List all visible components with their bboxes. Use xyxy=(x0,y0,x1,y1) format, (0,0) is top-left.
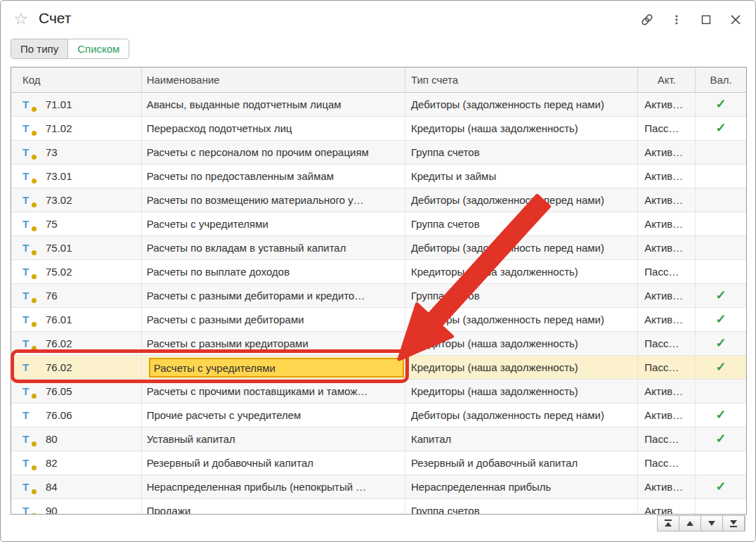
cell-currency[interactable]: ✓ xyxy=(696,164,746,188)
cell-activity[interactable]: Пасс… xyxy=(638,332,696,355)
table-row[interactable]: T90 Продажи Группа счетов Актив ✓ xyxy=(11,499,746,515)
cell-code[interactable]: T71.02 xyxy=(11,117,142,140)
cell-name[interactable]: Расчеты с прочими поставщиками и тамож… xyxy=(142,380,405,403)
table-row[interactable]: T73.01 Расчеты по предоставленным займам… xyxy=(11,164,746,188)
favorite-star-icon[interactable]: ☆ xyxy=(13,9,29,29)
cell-activity[interactable]: Актив xyxy=(638,499,696,515)
cell-currency[interactable]: ✓ xyxy=(696,188,746,212)
cell-name[interactable]: Уставный капитал xyxy=(142,427,405,451)
cell-account-type[interactable]: Группа счетов xyxy=(405,284,638,307)
cell-code[interactable]: T76.02 xyxy=(11,356,142,379)
cell-name[interactable]: Расчеты с разными кредиторами xyxy=(142,332,405,355)
table-row[interactable]: T76.05 Расчеты с прочими поставщиками и … xyxy=(11,380,746,404)
cell-currency[interactable]: ✓ xyxy=(696,332,746,355)
cell-account-type[interactable]: Кредиторы (наша задолженность) xyxy=(405,260,638,283)
cell-name[interactable]: Нераспределенная прибыль (непокрытый … xyxy=(142,475,405,498)
scroll-down-icon[interactable] xyxy=(700,515,723,531)
table-row[interactable]: T76.06 Прочие расчеты с учредителем Деби… xyxy=(11,404,746,427)
scroll-up-icon[interactable] xyxy=(679,515,701,531)
cell-activity[interactable]: Пасс… xyxy=(638,451,696,475)
table-row[interactable]: T73 Расчеты с персоналом по прочим опера… xyxy=(11,141,746,164)
cell-activity[interactable]: Актив… xyxy=(638,380,696,403)
cell-currency[interactable]: ✓ xyxy=(696,404,746,427)
table-row[interactable]: T75.01 Расчеты по вкладам в уставный кап… xyxy=(11,236,746,260)
cell-code[interactable]: T73.01 xyxy=(11,164,142,188)
table-row[interactable]: T82 Резервный и добавочный капитал Резер… xyxy=(11,451,746,475)
cell-code[interactable]: T84 xyxy=(11,475,142,498)
cell-account-type[interactable]: Группа счетов xyxy=(405,499,638,515)
table-row-highlighted[interactable]: T76.02 Расчеты с учредителями Кредиторы … xyxy=(11,356,746,380)
cell-name[interactable]: Расчеты с учредителями xyxy=(142,356,405,379)
cell-account-type[interactable]: Кредиторы (наша задолженность) xyxy=(405,332,638,355)
cell-activity[interactable]: Актив… xyxy=(638,212,696,235)
cell-account-type[interactable]: Резервный и добавочный капитал xyxy=(405,451,638,475)
cell-code[interactable]: T75.01 xyxy=(11,236,142,259)
cell-currency[interactable]: ✓ xyxy=(696,308,746,331)
column-header-val[interactable]: Вал. xyxy=(696,67,746,92)
cell-name[interactable]: Авансы, выданные подотчетным лицам xyxy=(142,93,405,116)
table-row[interactable]: T76 Расчеты с разными дебиторами и креди… xyxy=(11,284,746,308)
cell-code[interactable]: T76.01 xyxy=(11,308,142,331)
table-row[interactable]: T76.02 Расчеты с разными кредиторами Кре… xyxy=(11,332,746,356)
cell-code[interactable]: T82 xyxy=(11,451,142,475)
more-menu-icon[interactable] xyxy=(667,11,686,29)
table-row[interactable]: T75.02 Расчеты по выплате доходов Кредит… xyxy=(11,260,746,284)
table-row[interactable]: T84 Нераспределенная прибыль (непокрытый… xyxy=(11,475,746,499)
cell-account-type[interactable]: Группа счетов xyxy=(405,141,638,164)
cell-currency[interactable]: ✓ xyxy=(696,356,746,379)
cell-account-type[interactable]: Нераспределенная прибыль xyxy=(405,475,638,498)
cell-account-type[interactable]: Группа счетов xyxy=(405,212,638,235)
table-row[interactable]: T73.02 Расчеты по возмещению материально… xyxy=(11,188,746,212)
table-row[interactable]: T76.01 Расчеты с разными дебиторами Деби… xyxy=(11,308,746,332)
cell-name[interactable]: Прочие расчеты с учредителем xyxy=(142,404,405,427)
cell-name[interactable]: Расчеты по выплате доходов xyxy=(142,260,405,283)
cell-currency[interactable]: ✓ xyxy=(696,475,746,498)
cell-account-type[interactable]: Дебиторы (задолженность перед нами) xyxy=(405,93,638,116)
cell-activity[interactable]: Актив… xyxy=(638,188,696,212)
cell-activity[interactable]: Пасс… xyxy=(638,427,696,451)
maximize-icon[interactable] xyxy=(696,11,716,29)
cell-code[interactable]: T76.06 xyxy=(11,404,142,427)
cell-code[interactable]: T80 xyxy=(11,427,142,451)
cell-activity[interactable]: Актив… xyxy=(638,236,696,259)
cell-code[interactable]: T73.02 xyxy=(11,188,142,212)
cell-code[interactable]: T76.02 xyxy=(11,332,142,355)
cell-activity[interactable]: Актив… xyxy=(638,164,696,188)
cell-currency[interactable]: ✓ xyxy=(696,284,746,307)
cell-account-type[interactable]: Кредиторы (наша задолженность) xyxy=(405,356,638,379)
cell-activity[interactable]: Актив… xyxy=(638,404,696,427)
cell-account-type[interactable]: Капитал xyxy=(405,427,638,451)
cell-account-type[interactable]: Кредиты и займы xyxy=(405,164,638,188)
close-icon[interactable] xyxy=(726,11,745,29)
tab-by-type[interactable]: По типу xyxy=(11,39,68,58)
cell-name[interactable]: Расчеты по предоставленным займам xyxy=(142,164,405,188)
cell-currency[interactable]: ✓ xyxy=(696,93,746,116)
cell-currency[interactable]: ✓ xyxy=(696,499,746,515)
cell-account-type[interactable]: Дебиторы (задолженность перед нами) xyxy=(405,236,638,259)
link-icon[interactable] xyxy=(637,11,657,29)
cell-currency[interactable]: ✓ xyxy=(696,380,746,403)
cell-name[interactable]: Перерасход подотчетных лиц xyxy=(142,117,405,140)
cell-account-type[interactable]: Дебиторы (задолженность перед нами) xyxy=(405,404,638,427)
cell-account-type[interactable]: Кредиторы (наша задолженность) xyxy=(405,380,638,403)
cell-name[interactable]: Расчеты с разными дебиторами xyxy=(142,308,405,331)
column-header-type[interactable]: Тип счета xyxy=(405,67,638,92)
cell-code[interactable]: T75 xyxy=(11,212,142,235)
cell-name[interactable]: Расчеты с учредителями xyxy=(142,212,405,235)
cell-code[interactable]: T76 xyxy=(11,284,142,307)
cell-activity[interactable]: Актив… xyxy=(638,475,696,498)
scroll-to-top-icon[interactable] xyxy=(657,515,679,531)
table-row[interactable]: T75 Расчеты с учредителями Группа счетов… xyxy=(11,212,746,236)
cell-account-type[interactable]: Дебиторы (задолженность перед нами) xyxy=(405,308,638,331)
cell-name[interactable]: Продажи xyxy=(142,499,405,515)
cell-activity[interactable]: Пасс… xyxy=(638,260,696,283)
cell-name[interactable]: Расчеты с персоналом по прочим операциям xyxy=(142,141,405,164)
cell-activity[interactable]: Актив… xyxy=(638,284,696,307)
cell-activity[interactable]: Пасс… xyxy=(638,117,696,140)
cell-currency[interactable]: ✓ xyxy=(696,427,746,451)
cell-currency[interactable]: ✓ xyxy=(696,236,746,259)
column-header-name[interactable]: Наименование xyxy=(142,67,405,92)
cell-currency[interactable]: ✓ xyxy=(696,260,746,283)
cell-name[interactable]: Резервный и добавочный капитал xyxy=(142,451,405,475)
column-header-act[interactable]: Акт. xyxy=(638,67,696,92)
